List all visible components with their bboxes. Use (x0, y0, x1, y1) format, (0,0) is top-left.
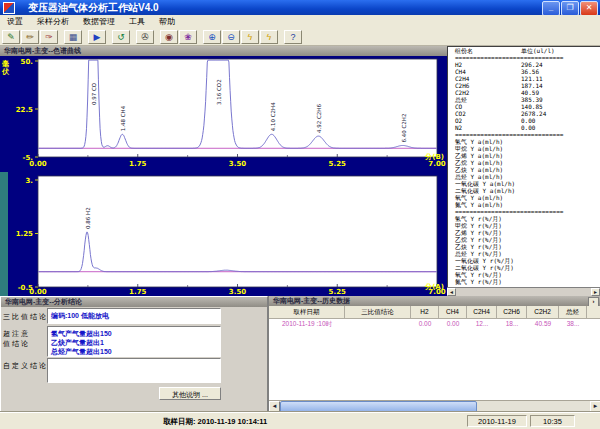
rel-rate-row: 一氧化碳 Y r(%/月) (448, 257, 600, 264)
svg-text:22.5: 22.5 (16, 106, 33, 114)
menu-item-1[interactable]: 采样分析 (30, 15, 76, 29)
svg-text:0.00: 0.00 (29, 160, 46, 168)
svg-text:1.48 CH4: 1.48 CH4 (120, 105, 126, 131)
chromatogram-chart-b: 50.22.5-5.0.001.753.505.257.00分(B)毫伏0.97… (0, 56, 447, 172)
window-titlebar: 变压器油气体分析工作站V4.0 _ ❐ ✕ (0, 0, 600, 15)
component-row: H2296.24 (448, 61, 600, 68)
history-col-7[interactable]: 总烃 (559, 306, 587, 318)
print-icon[interactable]: ✇ (136, 30, 154, 44)
component-row: C2H240.59 (448, 89, 600, 96)
svg-text:0.00: 0.00 (29, 288, 46, 296)
other-notes-button[interactable]: 其他说明 ... (159, 387, 221, 400)
menu-item-3[interactable]: 工具 (122, 15, 152, 29)
svg-text:5.25: 5.25 (329, 160, 346, 168)
status-bar: 取样日期: 2010-11-19 10:14:11 2010-11-19 10:… (0, 412, 600, 429)
svg-text:7.00: 7.00 (428, 160, 445, 168)
new-record-icon[interactable]: ✎ (2, 30, 20, 44)
svg-text:3.50: 3.50 (229, 288, 246, 296)
maximize-button[interactable]: ❐ (561, 1, 579, 16)
history-scroll-left-icon[interactable]: ◄ (269, 401, 280, 412)
three-ratio-label: 三比值结论 (3, 312, 48, 322)
scroll-right-icon[interactable]: ► (591, 288, 600, 296)
menu-item-0[interactable]: 设置 (0, 15, 30, 29)
rel-rate-row: 氧气 Y r(%/月) (448, 271, 600, 278)
history-cell: 18... (497, 318, 527, 329)
import-record-icon[interactable]: ✑ (40, 30, 58, 44)
sample-date-status: 取样日期: 2010-11-19 10:14:11 (163, 417, 267, 427)
status-date: 2010-11-19 (467, 415, 527, 427)
component-row: 总烃385.39 (448, 96, 600, 103)
menu-item-2[interactable]: 数据管理 (76, 15, 122, 29)
toolbar: ✎✏✑▦▶↺✇◉❀⊕⊖ϟϟ? (0, 29, 600, 46)
svg-text:3.16 CO2: 3.16 CO2 (216, 79, 222, 105)
marker-1-icon[interactable]: ϟ (241, 30, 259, 44)
window-controls: _ ❐ ✕ (542, 1, 598, 16)
custom-conclusion-label: 自定义结论 (3, 361, 48, 371)
conclusion-panel: 华南电网-主变--分析结论 三比值结论 编码:100 低能放电 超注意 值结论 … (0, 296, 268, 412)
history-cell: 12... (467, 318, 497, 329)
close-button[interactable]: ✕ (580, 1, 598, 16)
chromatogram-panel-title: 华南电网-主变--色谱曲线 (4, 47, 81, 54)
rel-rate-row: 氢气 Y r(%/月) (448, 215, 600, 222)
component-result-table: 组份名单位(ul/l)=============================… (447, 46, 600, 296)
attention-label-line2: 值结论 (3, 339, 30, 349)
abs-rate-row: 氢气 Y a(ml/h) (448, 138, 600, 145)
history-col-5[interactable]: C2H6 (497, 306, 527, 318)
svg-text:4.10 C2H4: 4.10 C2H4 (270, 102, 276, 131)
rel-rate-row: 总烃 Y r(%/月) (448, 250, 600, 257)
history-scrollbar[interactable]: ◄ ► (269, 400, 600, 412)
edit-record-icon[interactable]: ✏ (21, 30, 39, 44)
history-table-rows: 2010-11-19 :10时0.000.0012...18...40.5938… (269, 318, 600, 329)
menu-item-4[interactable]: 帮助 (152, 15, 182, 29)
start-analysis-icon[interactable]: ▶ (88, 30, 106, 44)
history-scroll-right-icon[interactable]: ► (590, 401, 600, 412)
abs-rate-row: 一氧化碳 Y a(ml/h) (448, 180, 600, 187)
palette-icon[interactable]: ❀ (179, 30, 197, 44)
zoom-out-icon[interactable]: ⊖ (222, 30, 240, 44)
abs-rate-row: 氧气 Y a(ml/h) (448, 194, 600, 201)
attention-field[interactable]: 氢气产气量超出150乙炔产气量超出1总烃产气量超出150 (47, 326, 221, 357)
svg-text:50.: 50. (21, 58, 33, 66)
report-table-icon[interactable]: ▦ (64, 30, 82, 44)
window-title: 变压器油气体分析工作站V4.0 (28, 0, 159, 15)
help-icon[interactable]: ? (284, 30, 302, 44)
svg-text:3.50: 3.50 (229, 160, 246, 168)
history-cell: 0.00 (439, 318, 467, 329)
undo-icon[interactable]: ↺ (112, 30, 130, 44)
menu-bar: 设置采样分析数据管理工具帮助 (0, 15, 600, 30)
history-panel-titlebar: 华南电网-主变--历史数据 › (269, 296, 600, 306)
rel-rate-row: 乙烷 Y r(%/月) (448, 236, 600, 243)
history-col-3[interactable]: CH4 (439, 306, 467, 318)
history-col-0[interactable]: 取样日期 (269, 306, 345, 318)
history-col-6[interactable]: C2H2 (527, 306, 559, 318)
three-ratio-field[interactable]: 编码:100 低能放电 (47, 308, 221, 324)
abs-rate-row: 乙烷 Y a(ml/h) (448, 159, 600, 166)
svg-text:1.75: 1.75 (129, 288, 146, 296)
history-col-4[interactable]: C2H4 (467, 306, 497, 318)
app-icon (3, 2, 15, 14)
minimize-button[interactable]: _ (542, 1, 560, 16)
zoom-in-icon[interactable]: ⊕ (203, 30, 221, 44)
status-time: 10:35 (530, 415, 575, 427)
svg-text:3.: 3. (25, 177, 33, 185)
history-row[interactable]: 2010-11-19 :10时0.000.0012...18...40.5938… (269, 318, 600, 329)
abs-rate-row: 乙烯 Y a(ml/h) (448, 152, 600, 159)
svg-text:1.75: 1.75 (129, 160, 146, 168)
snapshot-icon[interactable]: ◉ (160, 30, 178, 44)
component-row: C2H4121.11 (448, 75, 600, 82)
marker-2-icon[interactable]: ϟ (260, 30, 278, 44)
attention-line: 总烃产气量超出150 (51, 347, 217, 356)
custom-conclusion-field[interactable] (47, 358, 221, 383)
history-scrollbar-thumb[interactable] (280, 401, 477, 413)
scroll-left-icon[interactable]: ◄ (447, 288, 456, 296)
svg-text:0.86 H2: 0.86 H2 (85, 207, 91, 229)
history-panel: 华南电网-主变--历史数据 › 取样日期三比值结论H2CH4C2H4C2H6C2… (268, 296, 600, 412)
history-cell: 0.00 (411, 318, 439, 329)
component-row: CO140.85 (448, 103, 600, 110)
history-col-1[interactable]: 三比值结论 (345, 306, 411, 318)
history-col-2[interactable]: H2 (411, 306, 439, 318)
attention-line: 乙炔产气量超出1 (51, 338, 217, 347)
component-table-scrollbar[interactable]: ◄ ► (447, 287, 600, 296)
history-cell: 2010-11-19 :10时 (269, 318, 345, 329)
history-cell: 40.59 (527, 318, 559, 329)
